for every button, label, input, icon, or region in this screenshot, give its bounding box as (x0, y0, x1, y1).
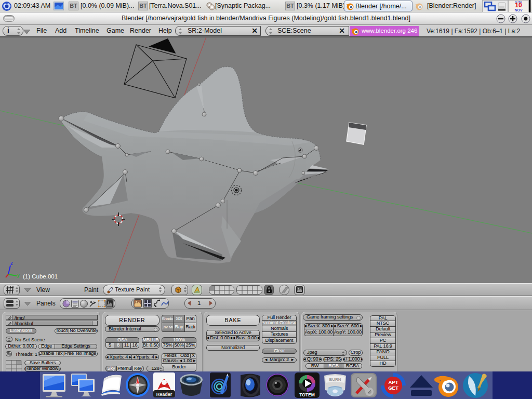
svg-text:GET: GET (388, 385, 398, 391)
svg-text:z: z (10, 260, 13, 266)
svg-text:BURN: BURN (329, 377, 341, 382)
svg-text:APT: APT (389, 379, 398, 385)
svg-text:TOTEM: TOTEM (299, 392, 315, 397)
svg-text:Reader: Reader (156, 392, 172, 397)
svg-text:y: y (17, 272, 20, 278)
svg-text:(1) Cube.001: (1) Cube.001 (23, 273, 58, 280)
